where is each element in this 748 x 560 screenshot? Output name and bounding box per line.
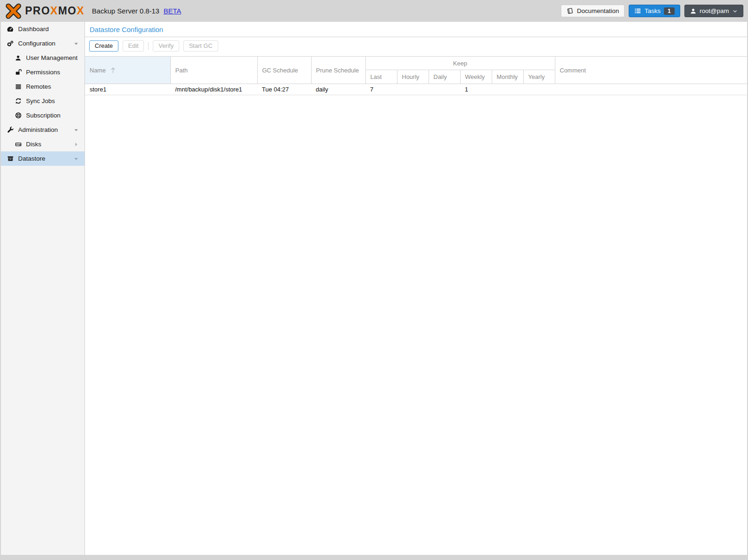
- sort-ascending-icon: [111, 67, 116, 73]
- start-gc-button[interactable]: Start GC: [183, 40, 218, 52]
- book-icon: [566, 7, 573, 14]
- chevron-down-icon: [732, 8, 738, 14]
- caret-right-icon[interactable]: [73, 142, 79, 147]
- sidebar-item-permissions[interactable]: Permissions: [1, 65, 85, 79]
- sidebar-item-datastore[interactable]: Datastore: [1, 151, 85, 166]
- user-menu-label: root@pam: [700, 7, 729, 14]
- sidebar-item-user-management[interactable]: User Management: [1, 51, 85, 65]
- logo-segment: X: [77, 4, 85, 17]
- column-header-comment[interactable]: Comment: [555, 57, 747, 84]
- caret-down-icon[interactable]: [73, 41, 79, 46]
- sidebar-item-label: Disks: [26, 141, 41, 148]
- logo-segment: PRO: [25, 4, 50, 17]
- dashboard-icon: [7, 26, 14, 33]
- sidebar-item-administration[interactable]: Administration: [1, 123, 85, 137]
- cell-comment[interactable]: [555, 84, 747, 95]
- toolbar-separator: [148, 42, 149, 50]
- column-header-name[interactable]: Name: [85, 57, 170, 84]
- app-frame: Dashboard Configuration: [1, 22, 747, 555]
- cogs-icon: [7, 40, 14, 47]
- task-list-icon: [634, 7, 641, 14]
- logo-segment: MO: [58, 4, 77, 17]
- tasks-button-label: Tasks: [644, 7, 661, 14]
- sidebar-item-label: Sync Jobs: [26, 98, 55, 104]
- sidebar-item-label: Datastore: [18, 155, 46, 162]
- cell-name[interactable]: store1: [85, 84, 170, 95]
- sidebar-item-dashboard[interactable]: Dashboard: [1, 22, 85, 36]
- user-icon: [14, 54, 22, 62]
- unlock-icon: [14, 69, 22, 76]
- column-header-path[interactable]: Path: [170, 57, 257, 84]
- caret-down-icon[interactable]: [73, 127, 79, 133]
- app-subtitle: Backup Server 0.8-13: [92, 7, 159, 15]
- sidebar-item-label: Remotes: [26, 83, 51, 90]
- column-header-name-label: Name: [90, 67, 106, 74]
- logo-wordmark: PROXMOX: [25, 4, 85, 17]
- cell-keep-monthly[interactable]: [492, 84, 523, 95]
- sidebar-item-configuration[interactable]: Configuration: [1, 36, 85, 51]
- user-menu-button[interactable]: root@pam: [684, 5, 743, 17]
- sidebar-item-subscription[interactable]: Subscription: [1, 108, 85, 123]
- topbar: PROXMOX Backup Server 0.8-13 BETA Docume…: [0, 0, 748, 22]
- proxmox-logo: PROXMOX: [5, 3, 85, 19]
- cell-keep-yearly[interactable]: [523, 84, 555, 95]
- list-bars-icon: [14, 83, 22, 91]
- sidebar-item-disks[interactable]: Disks: [1, 137, 85, 151]
- sidebar-item-label: Subscription: [26, 112, 60, 119]
- life-ring-icon: [14, 112, 22, 119]
- column-header-gc-schedule[interactable]: GC Schedule: [257, 57, 311, 84]
- sidebar-item-label: Dashboard: [18, 26, 49, 33]
- user-icon: [690, 8, 696, 14]
- column-header-keep-hourly[interactable]: Hourly: [397, 70, 429, 84]
- verify-button[interactable]: Verify: [153, 40, 179, 52]
- sidebar-item-label: Configuration: [18, 40, 55, 47]
- column-header-keep-monthly[interactable]: Monthly: [492, 70, 523, 84]
- wrench-icon: [7, 126, 14, 134]
- cell-keep-weekly[interactable]: 1: [460, 84, 492, 95]
- column-header-keep-yearly[interactable]: Yearly: [523, 70, 555, 84]
- column-header-keep-last[interactable]: Last: [365, 70, 397, 84]
- table-row-store1[interactable]: store1 /mnt/backup/disk1/store1 Tue 04:2…: [85, 84, 747, 95]
- column-header-keep-daily[interactable]: Daily: [429, 70, 460, 84]
- hdd-icon: [14, 141, 22, 148]
- sync-icon: [14, 98, 22, 105]
- sidebar: Dashboard Configuration: [1, 22, 85, 555]
- cell-keep-hourly[interactable]: [397, 84, 429, 95]
- beta-link[interactable]: BETA: [163, 7, 181, 15]
- toolbar: Create Edit Verify Start GC: [85, 37, 747, 54]
- sidebar-item-label: User Management: [26, 54, 78, 61]
- page-title: Datastore Configuration: [85, 22, 747, 37]
- main-panel: Datastore Configuration Create Edit Veri…: [85, 22, 747, 555]
- cell-keep-daily[interactable]: [429, 84, 460, 95]
- caret-down-icon[interactable]: [73, 156, 79, 162]
- documentation-button-label: Documentation: [577, 7, 619, 14]
- sidebar-item-label: Permissions: [26, 69, 60, 76]
- proxmox-x-icon: [5, 3, 22, 19]
- cell-keep-last[interactable]: 7: [365, 84, 397, 95]
- tasks-count-badge: 1: [664, 7, 675, 15]
- sidebar-item-remotes[interactable]: Remotes: [1, 79, 85, 94]
- edit-button[interactable]: Edit: [123, 40, 144, 52]
- documentation-button[interactable]: Documentation: [561, 5, 624, 17]
- column-header-keep-group: Keep: [365, 57, 555, 70]
- cell-path[interactable]: /mnt/backup/disk1/store1: [170, 84, 257, 95]
- sidebar-item-sync-jobs[interactable]: Sync Jobs: [1, 94, 85, 108]
- logo-segment: X: [50, 4, 58, 17]
- column-header-keep-weekly[interactable]: Weekly: [460, 70, 492, 84]
- create-button[interactable]: Create: [89, 40, 118, 52]
- tasks-button[interactable]: Tasks 1: [629, 5, 680, 17]
- datastore-table: Name Path GC Schedule Prune Schedule Kee…: [85, 56, 747, 95]
- cell-prune-schedule[interactable]: daily: [311, 84, 365, 95]
- sidebar-item-label: Administration: [18, 126, 58, 133]
- archive-box-icon: [7, 155, 14, 163]
- cell-gc-schedule[interactable]: Tue 04:27: [257, 84, 311, 95]
- column-header-prune-schedule[interactable]: Prune Schedule: [311, 57, 365, 84]
